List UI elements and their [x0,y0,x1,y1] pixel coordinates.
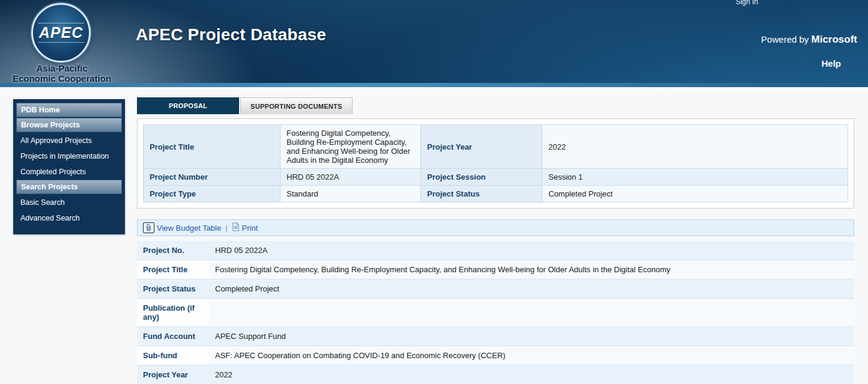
sign-in-link[interactable]: Sign In [736,0,758,6]
sidebar-item-browse-projects[interactable]: Browse Projects [16,118,122,132]
table-row: Project Type Standard Project Status Com… [144,186,848,203]
summary-label-cell: Project Type [144,186,281,203]
tab-proposal[interactable]: PROPOSAL [137,97,239,114]
header: APEC Asia-Pacific Economic Cooperation A… [0,0,868,87]
summary-label-cell: Project Year [421,125,542,169]
sidebar-item-advanced-search[interactable]: Advanced Search [16,210,122,226]
page-title: APEC Project Database [136,25,326,44]
detail-value-cell: HRD 05 2022A [209,241,854,260]
detail-label-cell: Project Status [137,279,209,299]
summary-label-cell: Project Status [421,186,542,203]
project-details-table: Project No. HRD 05 2022A Project Title F… [137,241,854,384]
summary-value-cell: 2022 [542,125,848,169]
table-row: Fund Account APEC Support Fund [137,327,854,346]
summary-value-cell: Fostering Digital Competency, Building R… [281,125,421,169]
powered-by-brand: Microsoft [812,34,858,45]
org-name: Asia-Pacific Economic Cooperation [0,63,124,84]
detail-value-cell: 2022 [209,365,854,384]
sidebar: PDB Home Browse Projects All Approved Pr… [13,99,125,234]
org-name-line2: Economic Cooperation [0,73,124,84]
table-row: Project No. HRD 05 2022A [137,241,854,260]
table-row: Project Title Fostering Digital Competen… [137,260,854,279]
sidebar-item-projects-in-implementation[interactable]: Projects in Implementation [16,148,122,164]
help-link[interactable]: Help [821,58,841,69]
content-area: PDB Home Browse Projects All Approved Pr… [0,87,868,384]
summary-value-cell: Session 1 [542,169,848,186]
sidebar-item-all-approved-projects[interactable]: All Approved Projects [16,133,122,148]
tab-bar: PROPOSAL SUPPORTING DOCUMENTS [137,97,854,114]
summary-label-cell: Project Number [144,169,281,186]
table-row: Publication (if any) [137,299,854,327]
print-link[interactable]: Print [232,222,258,233]
detail-value-cell: Completed Project [209,279,854,299]
actions-toolbar: View Budget Table | Print [137,219,854,236]
sidebar-item-basic-search[interactable]: Basic Search [16,195,122,210]
detail-label-cell: Sub-fund [137,346,209,365]
powered-by: Powered by Microsoft [761,34,857,46]
table-row: Project Number HRD 05 2022A Project Sess… [144,169,848,186]
detail-label-cell: Fund Account [137,327,209,346]
summary-label-cell: Project Session [421,169,542,186]
sidebar-item-pdb-home[interactable]: PDB Home [16,103,122,117]
summary-value-cell: Completed Project [542,186,848,203]
print-icon [232,222,240,233]
table-row: Sub-fund ASF: APEC Cooperation on Combat… [137,346,854,365]
detail-value-cell: Fostering Digital Competency, Building R… [209,260,854,279]
apec-logo-text: APEC [39,24,83,41]
sidebar-item-search-projects[interactable]: Search Projects [16,180,122,194]
toolbar-separator: | [225,224,227,233]
tab-supporting-documents[interactable]: SUPPORTING DOCUMENTS [240,97,353,114]
project-summary-panel: Project Title Fostering Digital Competen… [137,118,854,209]
summary-value-cell: HRD 05 2022A [281,169,421,186]
summary-label-cell: Project Title [144,125,281,169]
view-budget-table-link[interactable]: View Budget Table [143,222,221,233]
detail-value-cell: ASF: APEC Cooperation on Combating COVID… [209,346,854,365]
print-label: Print [242,224,258,233]
powered-by-text: Powered by [761,34,809,44]
view-budget-table-label: View Budget Table [157,224,221,233]
project-summary-table: Project Title Fostering Digital Competen… [143,124,848,203]
detail-label-cell: Project No. [137,241,209,260]
table-row: Project Year 2022 [137,365,854,384]
main-panel: PROPOSAL SUPPORTING DOCUMENTS Project Ti… [137,97,854,384]
table-row: Project Title Fostering Digital Competen… [144,125,848,169]
detail-value-cell [209,299,854,327]
detail-label-cell: Project Title [137,260,209,279]
detail-value-cell: APEC Support Fund [209,327,854,346]
summary-value-cell: Standard [281,186,421,203]
attachment-icon [143,222,154,233]
detail-label-cell: Project Year [137,365,209,384]
sidebar-item-completed-projects[interactable]: Completed Projects [16,164,122,180]
table-row: Project Status Completed Project [137,279,854,299]
apec-logo[interactable]: APEC [31,3,91,62]
org-name-line1: Asia-Pacific [0,63,124,73]
detail-label-cell: Publication (if any) [137,299,209,327]
